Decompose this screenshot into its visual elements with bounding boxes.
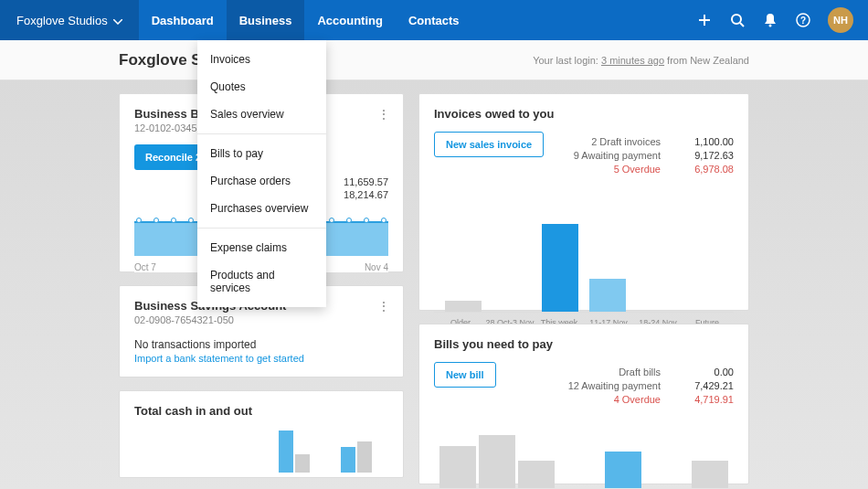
- bills-overdue-label: 4 Overdue: [614, 394, 661, 405]
- savings-card-number: 02-0908-7654321-050: [134, 314, 388, 325]
- new-bill-button[interactable]: New bill: [434, 362, 496, 388]
- search-icon[interactable]: [729, 12, 746, 28]
- chart-x-label: Oct 7: [134, 262, 156, 272]
- business-dropdown: Invoices Quotes Sales overview Bills to …: [197, 40, 326, 307]
- invoices-overdue-value: 6,978.08: [681, 164, 734, 175]
- chart-x-label: Nov 4: [365, 262, 388, 272]
- menu-separator: [197, 133, 326, 134]
- menu-invoices[interactable]: Invoices: [197, 46, 326, 73]
- nav-contacts[interactable]: Contacts: [396, 0, 472, 40]
- balance-xero-value: 11,659.57: [333, 176, 388, 187]
- bills-to-pay-card: Bills you need to pay New bill Draft bil…: [418, 324, 749, 484]
- menu-quotes[interactable]: Quotes: [197, 73, 326, 101]
- cash-card-title: Total cash in and out: [134, 404, 388, 418]
- org-switcher[interactable]: Foxglove Studios: [0, 0, 139, 40]
- invoices-awaiting-value: 9,172.63: [681, 150, 734, 161]
- menu-products-services[interactable]: Products and services: [197, 261, 326, 302]
- invoices-owed-card: Invoices owed to you New sales invoice 2…: [418, 93, 749, 311]
- svg-point-1: [769, 25, 772, 27]
- menu-purchases-overview[interactable]: Purchases overview: [197, 195, 326, 222]
- invoices-overdue-label: 5 Overdue: [614, 164, 661, 175]
- bills-chart: [434, 433, 734, 488]
- help-icon[interactable]: ?: [795, 12, 811, 28]
- chevron-down-icon: [113, 14, 122, 27]
- new-sales-invoice-button[interactable]: New sales invoice: [434, 132, 544, 157]
- invoices-draft-value: 1,100.00: [681, 136, 734, 147]
- invoices-draft-label: 2 Draft invoices: [591, 136, 661, 147]
- last-login-prefix: Your last login:: [533, 55, 601, 66]
- import-statement-link[interactable]: Import a bank statement to get started: [134, 353, 388, 364]
- no-transactions-label: No transactions imported: [134, 338, 388, 351]
- kebab-icon[interactable]: ⋮: [377, 107, 390, 122]
- svg-text:?: ?: [800, 16, 806, 26]
- bills-awaiting-label: 12 Awaiting payment: [568, 380, 661, 391]
- org-name: Foxglove Studios: [16, 14, 108, 27]
- bills-card-title: Bills you need to pay: [434, 337, 734, 351]
- menu-separator: [197, 228, 326, 229]
- balance-stmt-value: 18,214.67: [333, 189, 388, 200]
- nav-dashboard[interactable]: Dashboard: [139, 0, 227, 40]
- menu-expense-claims[interactable]: Expense claims: [197, 234, 326, 261]
- cash-chart: [134, 431, 388, 473]
- kebab-icon[interactable]: ⋮: [377, 299, 390, 314]
- invoices-card-title: Invoices owed to you: [434, 107, 734, 121]
- bills-draft-value: 0.00: [681, 367, 734, 377]
- bell-icon[interactable]: [762, 12, 778, 28]
- avatar[interactable]: NH: [828, 7, 853, 33]
- invoices-chart: Older 28 Oct-3 Nov This week 11-17 Nov 1…: [434, 225, 734, 335]
- nav-business[interactable]: Business: [227, 0, 305, 40]
- plus-icon[interactable]: [696, 12, 713, 28]
- invoices-awaiting-label: 9 Awaiting payment: [574, 150, 661, 161]
- cash-in-out-card: Total cash in and out: [119, 390, 404, 478]
- menu-bills-to-pay[interactable]: Bills to pay: [197, 140, 326, 167]
- bills-draft-label: Draft bills: [619, 367, 661, 377]
- nav-accounting[interactable]: Accounting: [304, 0, 396, 40]
- menu-purchase-orders[interactable]: Purchase orders: [197, 167, 326, 195]
- bills-awaiting-value: 7,429.21: [681, 380, 734, 391]
- menu-sales-overview[interactable]: Sales overview: [197, 101, 326, 128]
- last-login-suffix: from New Zealand: [664, 55, 749, 66]
- svg-point-0: [732, 15, 741, 24]
- last-login-link[interactable]: 3 minutes ago: [601, 55, 664, 66]
- last-login-text: Your last login: 3 minutes ago from New …: [533, 55, 749, 66]
- bills-overdue-value: 4,719.91: [681, 394, 734, 405]
